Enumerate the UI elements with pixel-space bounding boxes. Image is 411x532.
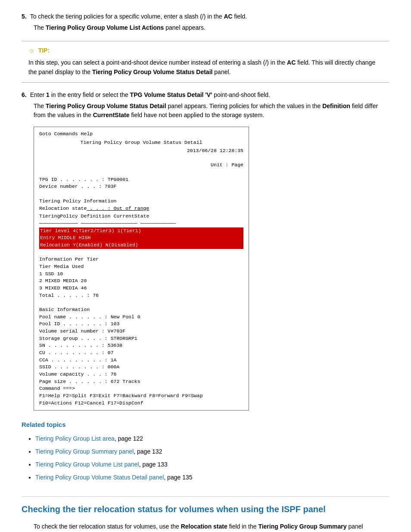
terminal-vol-cap: Volume capacity . . . : 76 bbox=[39, 371, 243, 378]
terminal-reloc-state: Relocation state . . . : Out of range bbox=[39, 205, 243, 212]
step-6: 6. Enter 1 in the entry field or select … bbox=[22, 91, 389, 411]
related-page-1: , page 122 bbox=[115, 435, 143, 442]
terminal: Goto Commands Help Tiering Policy Group … bbox=[34, 127, 249, 411]
terminal-vol-serial: Volume serial number : V#703F bbox=[39, 328, 243, 335]
list-item: Tiering Policy Group Volume Status Detai… bbox=[35, 471, 389, 483]
related-topics-list: Tiering Policy Group List area, page 122… bbox=[22, 432, 389, 483]
section-bold2: Tiering Policy Group Summary bbox=[258, 523, 346, 530]
step-6-def: Definition bbox=[322, 103, 350, 109]
terminal-page-size: Page size . . . . . . : 672 Tracks bbox=[39, 378, 243, 386]
terminal-sn: SN . . . . . . . . . : 53638 bbox=[39, 342, 243, 349]
step-5-line: To check the tiering policies for a spec… bbox=[30, 13, 389, 20]
terminal-tier2: 2 MIXED MEDIA 20 bbox=[39, 277, 243, 285]
section-body: To check the tier relocation status for … bbox=[34, 522, 389, 532]
terminal-fkeys1: F1=Help F2=Split F3=Exit F7=Backward F8=… bbox=[39, 392, 243, 400]
list-item: Tiering Policy Group Volume List panel, … bbox=[35, 458, 389, 470]
step-6-body: The Tiering Policy Group Volume Status D… bbox=[34, 102, 389, 120]
tip-body: In this step, you can select a point-and… bbox=[28, 58, 383, 77]
step-6-line: Enter 1 in the entry field or select the… bbox=[30, 91, 389, 98]
terminal-ssid: SSID . . . . . . . . : 000A bbox=[39, 364, 243, 371]
tip-label: TIP: bbox=[38, 47, 50, 54]
related-page-3: , page 133 bbox=[139, 461, 168, 468]
section-bold1: Relocation state bbox=[181, 523, 227, 530]
step-5-body: The Tiering Policy Group Volume List Act… bbox=[34, 23, 389, 32]
terminal-pool-name: Pool name . . . . . . : New Pool 0 bbox=[39, 314, 243, 321]
terminal-row-entry: Entry MIDDLE HIGH bbox=[39, 234, 243, 242]
terminal-total: Total . . . . . : 76 bbox=[39, 292, 243, 299]
related-topics-title: Related topics bbox=[22, 421, 389, 428]
terminal-wrapper: Goto Commands Help Tiering Policy Group … bbox=[34, 127, 389, 411]
terminal-row-tier: Tier level 4(Tier2/Tier3) 1(Tier1) bbox=[39, 227, 243, 235]
related-link-4[interactable]: Tiering Policy Group Volume Status Detai… bbox=[35, 474, 164, 481]
terminal-command: Command ===> bbox=[39, 385, 243, 392]
step-6-panel: Tiering Policy Group Volume Status Detai… bbox=[46, 103, 166, 109]
step-6-number: 6. bbox=[22, 91, 27, 98]
tip-panel: Tiering Policy Group Volume Status Detai… bbox=[92, 68, 213, 75]
terminal-cca: CCA . . . . . . . . . : 1A bbox=[39, 357, 243, 364]
list-item: Tiering Policy Group List area, page 122 bbox=[35, 432, 389, 445]
related-page-4: , page 135 bbox=[164, 474, 192, 481]
terminal-fkeys2: F10=Actions F12=Cancel F17=DispConf bbox=[39, 400, 243, 407]
step-5-panel-name: Tiering Policy Group Volume List Actions bbox=[46, 24, 164, 31]
terminal-table-headers: TieringPolicy Definition CurrentState bbox=[39, 213, 243, 220]
section-heading: Checking the tier relocation status for … bbox=[22, 496, 389, 515]
related-link-2[interactable]: Tiering Policy Group Summary panel bbox=[35, 448, 134, 455]
terminal-section2: Information Per Tier bbox=[39, 256, 243, 263]
step-6-cs: CurrentState bbox=[93, 112, 130, 118]
step-5-ac: AC bbox=[224, 13, 232, 20]
related-topics: Related topics Tiering Policy Group List… bbox=[22, 421, 389, 483]
terminal-separator: ───────────── ─────────────────── ──────… bbox=[39, 220, 243, 227]
list-item: Tiering Policy Group Summary panel, page… bbox=[35, 445, 389, 457]
related-page-2: , page 132 bbox=[134, 448, 162, 455]
tip-box: ☼ TIP: In this step, you can select a po… bbox=[22, 41, 389, 83]
terminal-tier-header: Tier Media Used bbox=[39, 263, 243, 271]
terminal-menu: Goto Commands Help bbox=[39, 131, 243, 138]
terminal-device: Device number . . . : 703F bbox=[39, 183, 243, 190]
step-5-number: 5. bbox=[22, 13, 27, 20]
terminal-cu: CU . . . . . . . . . : 07 bbox=[39, 349, 243, 357]
terminal-datetime: 2013/06/28 12:28:35 bbox=[39, 147, 243, 155]
tip-ac: AC bbox=[287, 59, 296, 66]
terminal-tpgid: TPG ID . . . . . . . : TPG0001 bbox=[39, 176, 243, 184]
terminal-tier3: 3 MIXED MEDIA 46 bbox=[39, 285, 243, 292]
related-link-3[interactable]: Tiering Policy Group Volume List panel bbox=[35, 461, 139, 468]
tip-header: ☼ TIP: bbox=[28, 47, 383, 54]
step-5: 5. To check the tiering policies for a s… bbox=[22, 13, 389, 32]
step-6-value: 1 bbox=[46, 91, 50, 98]
terminal-pool-id: Pool ID . . . . . . . : 103 bbox=[39, 320, 243, 328]
terminal-unit: Unit : Page bbox=[39, 162, 243, 169]
related-link-1[interactable]: Tiering Policy Group List area bbox=[35, 435, 115, 442]
terminal-section1: Tiering Policy Information bbox=[39, 198, 243, 205]
terminal-title: Tiering Policy Group Volume Status Detai… bbox=[39, 139, 243, 146]
terminal-storage-grp: Storage group . . . . : STRORGRP1 bbox=[39, 335, 243, 342]
terminal-tier1: 1 SSD 10 bbox=[39, 271, 243, 278]
terminal-section3: Basic Information bbox=[39, 306, 243, 314]
terminal-row-reloc: Relocation Y(Enabled) N(Disabled) bbox=[39, 242, 243, 249]
step-6-field: TPG Volume Status Detail 'V' bbox=[130, 91, 212, 98]
tip-icon: ☼ bbox=[28, 47, 35, 54]
